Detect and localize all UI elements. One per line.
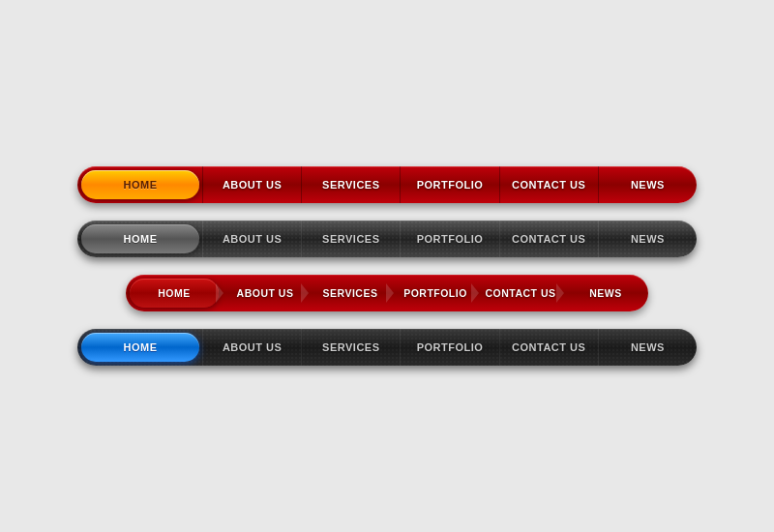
nav1-contact[interactable]: CONTACT US xyxy=(500,166,599,203)
nav4-news[interactable]: NEWS xyxy=(599,329,697,366)
navbar-2: HOME ABOUT US SERVICES PORTFOLIO CONTACT… xyxy=(77,221,697,257)
nav2-home-pill[interactable]: HOME xyxy=(81,224,199,253)
nav2-services[interactable]: SERVICES xyxy=(302,221,401,257)
nav3-portfolio[interactable]: PORTFOLIO xyxy=(393,275,478,311)
navbar-3: HOME ABOUT US SERVICES PORTFOLIO CONTACT… xyxy=(126,275,648,311)
nav4-contact[interactable]: CONTACT US xyxy=(500,329,599,366)
nav3-services[interactable]: SERVICES xyxy=(308,275,393,311)
nav1-home-pill[interactable]: HOME xyxy=(81,170,199,199)
nav4-home-pill[interactable]: HOME xyxy=(81,333,199,362)
nav4-about[interactable]: ABOUT US xyxy=(203,329,302,366)
nav1-portfolio[interactable]: PORTFOLIO xyxy=(401,166,499,203)
nav2-home[interactable]: HOME xyxy=(77,221,203,257)
nav3-news[interactable]: NEWS xyxy=(563,275,648,311)
nav3-home[interactable]: HOME xyxy=(126,275,223,311)
nav3-contact[interactable]: CONTACT US xyxy=(478,275,563,311)
nav4-services[interactable]: SERVICES xyxy=(302,329,401,366)
nav3-home-pill[interactable]: HOME xyxy=(130,279,219,308)
nav1-services[interactable]: SERVICES xyxy=(302,166,401,203)
nav2-news[interactable]: NEWS xyxy=(599,221,697,257)
nav2-portfolio[interactable]: PORTFOLIO xyxy=(401,221,499,257)
nav3-about[interactable]: ABOUT US xyxy=(223,275,308,311)
navbar-1: HOME ABOUT US SERVICES PORTFOLIO CONTACT… xyxy=(77,166,697,203)
nav1-news[interactable]: NEWS xyxy=(599,166,697,203)
nav4-portfolio[interactable]: PORTFOLIO xyxy=(401,329,499,366)
nav4-home[interactable]: HOME xyxy=(77,329,203,366)
nav1-about[interactable]: ABOUT US xyxy=(203,166,302,203)
nav2-contact[interactable]: CONTACT US xyxy=(500,221,599,257)
nav1-home[interactable]: HOME xyxy=(77,166,203,203)
nav2-about[interactable]: ABOUT US xyxy=(203,221,302,257)
navbar-4: HOME ABOUT US SERVICES PORTFOLIO CONTACT… xyxy=(77,329,697,366)
